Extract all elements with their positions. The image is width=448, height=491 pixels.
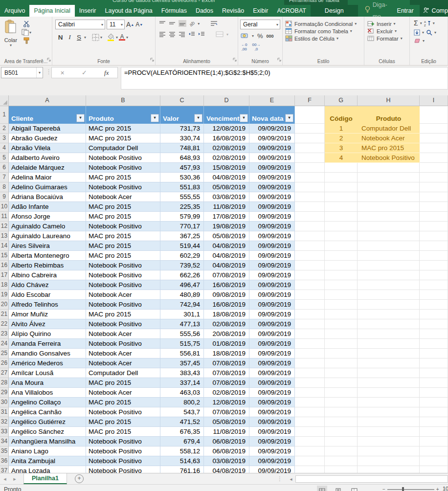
insert-function-icon[interactable]: fx xyxy=(104,69,109,77)
cell-B27[interactable]: Computador Dell xyxy=(86,368,160,378)
cell-I28[interactable] xyxy=(420,378,448,388)
cell-G9[interactable] xyxy=(325,192,358,202)
enter-icon[interactable]: ✓ xyxy=(82,69,87,76)
column-header-A[interactable]: A xyxy=(9,95,86,106)
cell-A36[interactable]: Anita Zambujal xyxy=(9,456,86,466)
cell-G29[interactable] xyxy=(325,388,358,398)
cell-B5[interactable]: Notebook Positivo xyxy=(86,153,160,163)
table-header-vencimento[interactable]: Vencimento▾ xyxy=(204,106,249,124)
cell-B21[interactable]: MAC pro 2015 xyxy=(86,310,160,319)
accounting-format-icon[interactable] xyxy=(241,33,248,39)
cell-F21[interactable] xyxy=(295,310,325,319)
cell-B9[interactable]: Notebook Acer xyxy=(86,192,160,202)
tab-layout-da-p-gina[interactable]: Layout da Página xyxy=(100,5,157,17)
sort-filter-icon[interactable]: AZ xyxy=(424,20,431,26)
formula-input[interactable]: =PROCV(ALEATÓRIOENTRE(1;4);$G$2:$H$5;2;0… xyxy=(121,67,448,89)
cell-G35[interactable] xyxy=(325,446,358,456)
cell-H6[interactable] xyxy=(358,163,420,173)
cell-H14[interactable] xyxy=(358,241,420,251)
cell-F9[interactable] xyxy=(295,192,325,202)
table-header-nova-data[interactable]: Nova data▾ xyxy=(249,106,295,124)
cell-F12[interactable] xyxy=(295,222,325,231)
cell-D4[interactable]: 02/08/2019 xyxy=(204,143,249,153)
cell-D33[interactable]: 11/08/2019 xyxy=(204,427,249,437)
sign-in-button[interactable]: Entrar xyxy=(391,5,420,17)
cell-C6[interactable]: 457,93 xyxy=(160,163,204,173)
paste-button[interactable]: Colar ▾ xyxy=(0,20,22,47)
filter-dropdown-icon[interactable]: ▾ xyxy=(240,114,248,122)
cell-A3[interactable]: Abraão Guedez xyxy=(9,134,86,143)
row-header-13[interactable]: 13 xyxy=(0,231,9,241)
cell-E27[interactable]: 09/09/2019 xyxy=(249,368,295,378)
cell-I16[interactable] xyxy=(420,261,448,270)
cell-E22[interactable]: 09/09/2019 xyxy=(249,319,295,329)
name-box[interactable]: B501 ▾ xyxy=(1,67,43,78)
cell-I5[interactable] xyxy=(420,153,448,163)
cell-H34[interactable] xyxy=(358,437,420,446)
cell-D20[interactable]: 16/08/2019 xyxy=(204,300,249,310)
cell-C29[interactable]: 463,03 xyxy=(160,388,204,398)
zoom-handle[interactable] xyxy=(402,487,404,491)
cell-F4[interactable] xyxy=(295,143,325,153)
row-header-30[interactable]: 30 xyxy=(0,398,9,407)
cell-I10[interactable] xyxy=(420,202,448,212)
cell-C27[interactable]: 383,43 xyxy=(160,368,204,378)
cell-B15[interactable]: MAC pro 2015 xyxy=(86,251,160,261)
cell-D15[interactable]: 04/08/2019 xyxy=(204,251,249,261)
cell-D13[interactable]: 05/08/2019 xyxy=(204,231,249,241)
cell-G30[interactable] xyxy=(325,398,358,407)
cell-B37[interactable]: Notebook Positivo xyxy=(86,466,160,473)
cell-G12[interactable] xyxy=(325,222,358,231)
cell-G37[interactable] xyxy=(325,466,358,473)
cell-A11[interactable]: Afonso Jorge xyxy=(9,212,86,222)
row-header-27[interactable]: 27 xyxy=(0,368,9,378)
cell-E12[interactable]: 09/09/2019 xyxy=(249,222,295,231)
cell-H30[interactable] xyxy=(358,398,420,407)
cell-B17[interactable]: Notebook Positivo xyxy=(86,270,160,280)
cell-B23[interactable]: Notebook Acer xyxy=(86,329,160,339)
cell-C3[interactable]: 330,74 xyxy=(160,134,204,143)
cell-I35[interactable] xyxy=(420,446,448,456)
lookup-header-produto[interactable]: Produto xyxy=(358,106,420,124)
cell-D36[interactable]: 03/08/2019 xyxy=(204,456,249,466)
new-sheet-icon[interactable]: + xyxy=(75,474,84,483)
cell-B24[interactable]: Notebook Positivo xyxy=(86,339,160,349)
row-header-35[interactable]: 35 xyxy=(0,446,9,456)
cell-F32[interactable] xyxy=(295,417,325,427)
cell-H17[interactable] xyxy=(358,270,420,280)
cell-E16[interactable]: 09/09/2019 xyxy=(249,261,295,270)
cell-C21[interactable]: 301,1 xyxy=(160,310,204,319)
cell-D5[interactable]: 02/08/2019 xyxy=(204,153,249,163)
cell-H7[interactable] xyxy=(358,173,420,182)
insert-cells-button[interactable]: Inserir▾ xyxy=(367,21,409,27)
cell-C11[interactable]: 579,99 xyxy=(160,212,204,222)
cell-I33[interactable] xyxy=(420,427,448,437)
cell-A37[interactable]: Anna Lozada xyxy=(9,466,86,473)
cell-H18[interactable] xyxy=(358,280,420,290)
column-header-F[interactable]: F xyxy=(295,95,325,106)
font-color-dropdown-arrow[interactable]: ▾ xyxy=(126,35,128,40)
cell-I18[interactable] xyxy=(420,280,448,290)
cell-H26[interactable] xyxy=(358,358,420,368)
cell-H28[interactable] xyxy=(358,378,420,388)
row-header-4[interactable]: 4 xyxy=(0,143,9,153)
cell-G8[interactable] xyxy=(325,182,358,192)
cell-A16[interactable]: Alberto Rebimbas xyxy=(9,261,86,270)
row-header-28[interactable]: 28 xyxy=(0,378,9,388)
cell-C16[interactable]: 739,52 xyxy=(160,261,204,270)
delete-cells-button[interactable]: Excluir▾ xyxy=(367,28,409,34)
cell-H36[interactable] xyxy=(358,456,420,466)
column-header-H[interactable]: H xyxy=(358,95,420,106)
cell-B34[interactable]: Notebook Positivo xyxy=(86,437,160,446)
cell-F37[interactable] xyxy=(295,466,325,473)
cell-A33[interactable]: Angélico Sánchez xyxy=(9,427,86,437)
cell-A28[interactable]: Ana Moura xyxy=(9,378,86,388)
cell-B7[interactable]: MAC pro 2015 xyxy=(86,173,160,182)
cell-E24[interactable]: 09/09/2019 xyxy=(249,339,295,349)
align-top-icon[interactable] xyxy=(159,21,166,26)
cell-A34[interactable]: Anhangüera Mansilha xyxy=(9,437,86,446)
table-header-cliente[interactable]: Cliente▾ xyxy=(9,106,86,124)
cell-F27[interactable] xyxy=(295,368,325,378)
tab-design[interactable]: Design xyxy=(311,5,358,17)
cell-C33[interactable]: 676,35 xyxy=(160,427,204,437)
